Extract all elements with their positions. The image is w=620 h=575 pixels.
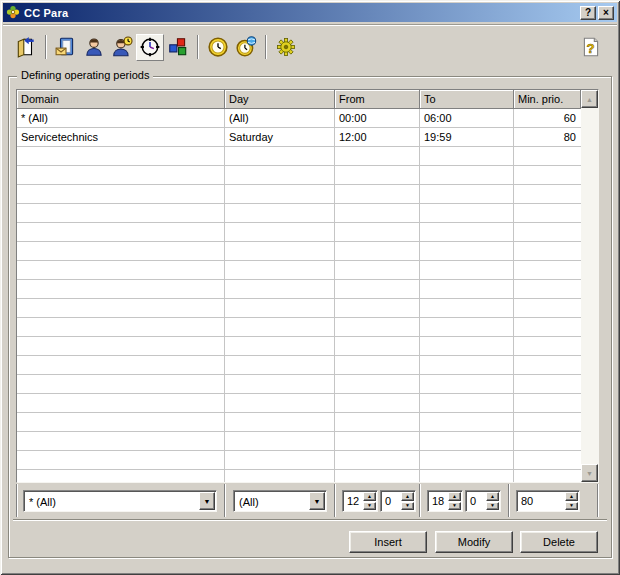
from-minute-value: 0 (381, 491, 401, 511)
table-header-row: Domain Day From To Min. prio. (17, 90, 581, 109)
cell-domain: Servicetechnics (17, 128, 225, 147)
from-hour-value: 12 (343, 491, 363, 511)
spin-down-icon[interactable]: ▼ (486, 502, 499, 511)
spin-down-icon[interactable]: ▼ (401, 502, 414, 511)
footer-divider (334, 484, 336, 517)
modify-button[interactable]: Modify (435, 531, 513, 553)
spin-up-icon[interactable]: ▲ (363, 492, 376, 501)
edit-controls-panel: * (All) ▼ (All) ▼ 12 ▲ ▼ 0 ▲ ▼ (16, 483, 599, 519)
address-book-button[interactable] (52, 34, 80, 61)
operating-periods-clock-icon (139, 36, 161, 58)
column-divider (513, 109, 514, 482)
operating-periods-table: Domain Day From To Min. prio. * (All) (A… (16, 89, 599, 483)
exit-button[interactable] (12, 34, 40, 61)
column-header-to[interactable]: To (420, 90, 514, 109)
spin-up-icon[interactable]: ▲ (565, 492, 578, 501)
column-header-min-prio[interactable]: Min. prio. (514, 90, 581, 109)
cell-from: 12:00 (335, 128, 420, 147)
cell-day: Saturday (225, 128, 335, 147)
to-hour-value: 18 (428, 491, 448, 511)
cell-day: (All) (225, 109, 335, 128)
settings-button[interactable] (272, 34, 300, 61)
table-body: * (All) (All) 00:00 06:00 60 Servicetech… (17, 109, 581, 482)
footer-divider (597, 484, 599, 517)
scroll-up-icon[interactable]: ▲ (581, 90, 598, 108)
min-prio-value: 80 (517, 491, 565, 511)
spin-up-icon[interactable]: ▲ (486, 492, 499, 501)
to-minute-spinner[interactable]: 0 ▲ ▼ (465, 490, 501, 512)
domain-combobox[interactable]: * (All) ▼ (23, 490, 217, 512)
spin-up-icon[interactable]: ▲ (448, 492, 461, 501)
footer-divider (16, 484, 18, 517)
column-header-day[interactable]: Day (225, 90, 335, 109)
min-prio-spinner[interactable]: 80 ▲ ▼ (516, 490, 580, 512)
world-clock-icon (235, 36, 257, 58)
clock-button[interactable] (204, 34, 232, 61)
groupbox-title: Defining operating periods (17, 69, 153, 81)
domain-combobox-value: * (All) (24, 495, 199, 508)
close-button[interactable]: × (598, 6, 614, 20)
column-divider (419, 109, 420, 482)
chevron-down-icon[interactable]: ▼ (199, 492, 215, 510)
day-combobox[interactable]: (All) ▼ (233, 490, 327, 512)
help-titlebar-button[interactable]: ? (580, 6, 596, 20)
exit-icon (15, 36, 37, 58)
footer-divider (508, 484, 510, 517)
column-divider (224, 109, 225, 482)
toolbar-separator (265, 35, 267, 59)
to-hour-spinner[interactable]: 18 ▲ ▼ (427, 490, 463, 512)
delete-button[interactable]: Delete (520, 531, 598, 553)
spin-down-icon[interactable]: ▼ (363, 502, 376, 511)
cell-min-prio: 60 (514, 109, 581, 128)
column-header-from[interactable]: From (335, 90, 420, 109)
operating-periods-groupbox: Defining operating periods Domain Day Fr… (8, 76, 612, 558)
vertical-scrollbar[interactable]: ▲ ▼ (581, 90, 598, 482)
cell-from: 00:00 (335, 109, 420, 128)
titlebar[interactable]: CC Para ? × (3, 3, 617, 22)
settings-gear-icon (276, 37, 296, 57)
toolbar-separator (197, 35, 199, 59)
footer-divider (419, 484, 421, 517)
agent-icon (83, 36, 105, 58)
help-button[interactable]: ? (577, 34, 605, 61)
insert-button[interactable]: Insert (349, 531, 427, 553)
cell-to: 06:00 (420, 109, 514, 128)
operating-periods-button[interactable] (136, 34, 164, 61)
column-divider (334, 109, 335, 482)
blocks-button[interactable] (164, 34, 192, 61)
cell-to: 19:59 (420, 128, 514, 147)
spin-up-icon[interactable]: ▲ (401, 492, 414, 501)
from-hour-spinner[interactable]: 12 ▲ ▼ (342, 490, 378, 512)
window-title: CC Para (24, 7, 68, 19)
column-header-domain[interactable]: Domain (17, 90, 225, 109)
scroll-down-icon[interactable]: ▼ (581, 464, 598, 482)
agent-with-clock-icon (111, 36, 133, 58)
table-row[interactable]: Servicetechnics Saturday 12:00 19:59 80 (17, 128, 581, 147)
address-book-icon (55, 36, 77, 58)
footer-divider (224, 484, 226, 517)
app-gear-icon (6, 5, 20, 21)
svg-text:?: ? (587, 41, 595, 56)
toolbar-separator (45, 35, 47, 59)
agent-button[interactable] (80, 34, 108, 61)
cell-min-prio: 80 (514, 128, 581, 147)
day-combobox-value: (All) (234, 495, 309, 508)
table-row[interactable]: * (All) (All) 00:00 06:00 60 (17, 109, 581, 128)
spin-down-icon[interactable]: ▼ (565, 502, 578, 511)
to-minute-value: 0 (466, 491, 486, 511)
chevron-down-icon[interactable]: ▼ (309, 492, 325, 510)
help-icon: ? (580, 36, 602, 58)
toolbar: ? (3, 26, 617, 68)
cell-domain: * (All) (17, 109, 225, 128)
agent-schedule-button[interactable] (108, 34, 136, 61)
spin-down-icon[interactable]: ▼ (448, 502, 461, 511)
scrollbar-track[interactable] (581, 108, 598, 464)
from-minute-spinner[interactable]: 0 ▲ ▼ (380, 490, 416, 512)
world-clock-button[interactable] (232, 34, 260, 61)
colored-blocks-icon (167, 36, 189, 58)
buttons-divider (13, 519, 607, 521)
clock-icon (207, 36, 229, 58)
cc-para-window: CC Para ? × (0, 0, 620, 575)
